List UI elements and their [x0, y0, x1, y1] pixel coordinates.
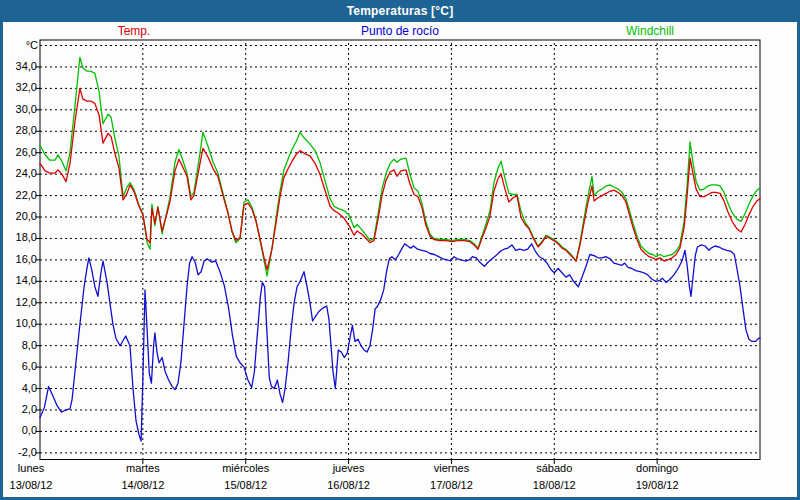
legend-item-windchill: Windchill — [626, 24, 674, 38]
y-axis-tick-label: 24,0 — [0, 167, 37, 179]
y-axis-tick-label: 0,0 — [0, 424, 37, 436]
y-axis-tick-label: 22,0 — [0, 189, 37, 201]
x-axis-date-label: 18/08/12 — [533, 479, 576, 491]
y-axis-tick-label: 30,0 — [0, 103, 37, 115]
y-axis-tick-label: 16,0 — [0, 253, 37, 265]
y-axis-tick-label: 2,0 — [0, 403, 37, 415]
y-axis-tick-label: 34,0 — [0, 60, 37, 72]
y-axis-tick-label: 26,0 — [0, 146, 37, 158]
series-line-temp- — [40, 88, 760, 269]
x-axis-date-label: 16/08/12 — [327, 479, 370, 491]
series-line-punto-de-roc-o — [40, 244, 760, 441]
y-axis-tick-label: 6,0 — [0, 360, 37, 372]
x-axis-date-label: 19/08/12 — [636, 479, 679, 491]
series-line-windchill — [40, 57, 760, 276]
y-axis-tick-label: 8,0 — [0, 339, 37, 351]
y-axis-unit-label: °C — [12, 39, 38, 51]
window-border-left — [0, 22, 3, 500]
y-axis-tick-label: 14,0 — [0, 274, 37, 286]
temperature-chart — [0, 0, 800, 500]
plot-frame — [40, 40, 760, 460]
x-axis-day-label: domingo — [636, 462, 678, 474]
x-axis-day-label: miércoles — [222, 462, 269, 474]
y-axis-tick-label: 10,0 — [0, 317, 37, 329]
x-axis-day-label: sábado — [536, 462, 572, 474]
x-axis-day-label: martes — [126, 462, 160, 474]
x-axis-date-label: 15/08/12 — [224, 479, 267, 491]
y-axis-tick-label: 12,0 — [0, 296, 37, 308]
x-axis-date-label: 17/08/12 — [430, 479, 473, 491]
y-axis-tick-label: -2,0 — [0, 446, 37, 458]
app-window: Temperaturas [°C] Temp. Punto de rocío W… — [0, 0, 800, 500]
x-axis-day-label: viernes — [434, 462, 469, 474]
y-axis-tick-label: 20,0 — [0, 210, 37, 222]
x-axis-date-label: 14/08/12 — [121, 479, 164, 491]
window-title: Temperaturas [°C] — [347, 4, 454, 18]
y-axis-tick-label: 4,0 — [0, 382, 37, 394]
window-titlebar[interactable]: Temperaturas [°C] — [0, 0, 800, 22]
y-axis-tick-label: 32,0 — [0, 81, 37, 93]
y-axis-tick-label: 18,0 — [0, 231, 37, 243]
y-axis-tick-label: 28,0 — [0, 124, 37, 136]
x-axis-day-label: lunes — [18, 462, 44, 474]
legend-item-punto-de-rocio: Punto de rocío — [361, 24, 439, 38]
legend-item-temp: Temp. — [118, 24, 151, 38]
x-axis-date-label: 13/08/12 — [10, 479, 53, 491]
x-axis-day-label: jueves — [333, 462, 365, 474]
